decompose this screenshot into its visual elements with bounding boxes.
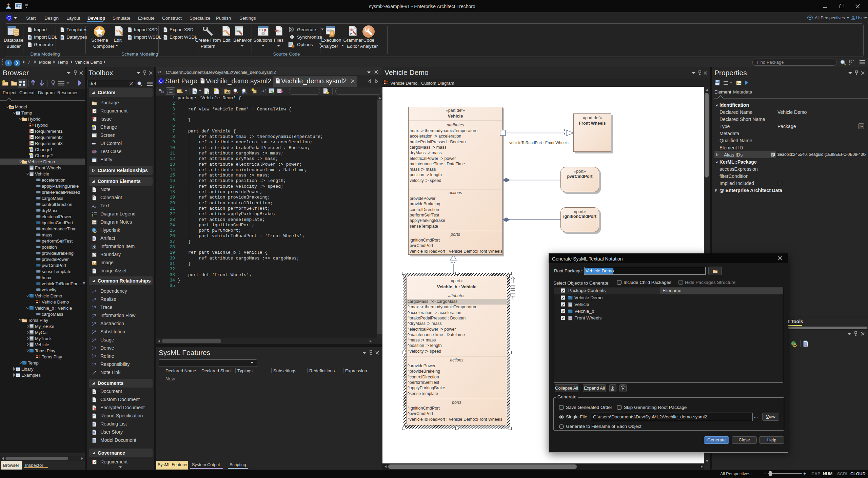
svg-text:3: 3 [167,92,168,94]
svg-text:U: U [92,362,93,364]
svg-text:T: T [92,305,93,307]
svg-text:<>: <> [163,29,166,31]
svg-text:A: A [92,346,93,348]
svg-text:Ok: Ok [93,221,95,223]
svg-text:T: T [214,89,216,91]
svg-text:A: A [92,321,93,324]
svg-text:S: S [92,330,93,332]
svg-text:<>: <> [128,36,131,39]
svg-text:a: a [94,205,96,208]
svg-text:<>: <> [163,36,166,39]
svg-text:IF: IF [92,313,94,315]
svg-text:</>: </> [350,28,354,32]
svg-text:<>: <> [128,29,131,31]
svg-text:U: U [92,338,93,340]
svg-text:R: R [92,354,94,356]
